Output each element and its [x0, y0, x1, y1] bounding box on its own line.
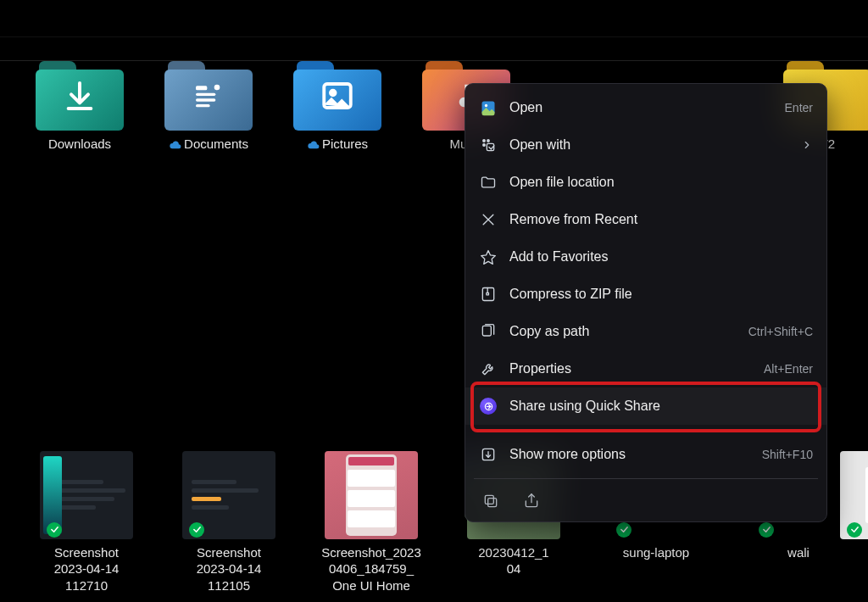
menu-item-label: Open file location [509, 175, 813, 190]
menu-footer [465, 484, 826, 516]
copypath-icon [479, 322, 498, 341]
svg-rect-25 [485, 495, 493, 504]
sync-ok-icon [847, 522, 862, 538]
menu-item[interactable]: Add to Favorites [465, 238, 826, 276]
file-item[interactable]: Screenshot2023-04-14112105 [158, 451, 300, 594]
copy-icon[interactable] [481, 491, 501, 511]
menu-item-label: Open with [509, 137, 801, 153]
svg-rect-0 [196, 86, 207, 90]
folder-label: Documents [169, 136, 248, 153]
svg-point-11 [483, 144, 486, 147]
menu-item-shortcut: Alt+Enter [764, 362, 813, 376]
file-item[interactable]: ores h-sc [853, 451, 868, 594]
menu-separator [474, 478, 818, 479]
menu-item[interactable]: Open Enter [465, 89, 826, 126]
wrench-icon [479, 360, 498, 378]
folder-item[interactable]: Downloads [15, 61, 144, 153]
svg-point-8 [485, 104, 487, 107]
folder-icon [292, 61, 383, 131]
svg-point-6 [331, 91, 336, 96]
file-label: Screenshot2023-04-14112710 [54, 544, 120, 594]
menu-separator [474, 430, 818, 431]
cloud-icon [169, 141, 181, 149]
file-item[interactable]: Screenshot_20230406_184759_One UI Home [300, 451, 442, 594]
image-icon [479, 98, 498, 117]
menu-item-label: Remove from Recent [509, 212, 813, 227]
menu-item[interactable]: Compress to ZIP file [465, 276, 826, 313]
folder-item[interactable]: Pictures [273, 61, 402, 153]
more-icon [479, 445, 498, 464]
sync-ok-icon [189, 522, 204, 538]
toolbar [0, 37, 868, 61]
svg-point-4 [214, 85, 220, 91]
menu-item-label: Copy as path [509, 324, 748, 339]
share-icon[interactable] [521, 491, 542, 511]
menu-item-label: Compress to ZIP file [509, 287, 813, 302]
menu-item[interactable]: Remove from Recent [465, 201, 826, 238]
openwith-icon [479, 136, 498, 154]
file-label: 20230412_104 [478, 544, 548, 577]
menu-item[interactable]: Share using Quick Share [465, 387, 826, 425]
sync-ok-icon [47, 522, 62, 538]
svg-rect-19 [482, 326, 491, 336]
menu-item-shortcut: Enter [785, 101, 813, 114]
cloud-icon [307, 141, 319, 149]
file-label: wali [787, 544, 810, 561]
folder-item[interactable]: Documents [144, 61, 273, 153]
context-menu: Open Enter Open with Open file location … [465, 83, 827, 522]
file-label: sung-laptop [623, 544, 689, 561]
folder-icon [34, 61, 125, 131]
svg-rect-2 [196, 98, 215, 101]
menu-item-label: Open [509, 100, 785, 115]
remove-icon [479, 210, 498, 229]
menu-item-shortcut: Ctrl+Shift+C [748, 325, 813, 338]
menu-item-shortcut: Shift+F10 [762, 448, 813, 461]
menu-item[interactable]: Properties Alt+Enter [465, 350, 826, 387]
menu-item[interactable]: Copy as path Ctrl+Shift+C [465, 313, 826, 350]
svg-marker-15 [481, 251, 496, 265]
svg-point-10 [487, 140, 490, 142]
svg-point-9 [483, 140, 486, 142]
folder-label: Pictures [307, 136, 368, 153]
svg-rect-18 [487, 293, 489, 295]
quickshare-icon [479, 397, 498, 415]
window-chrome [0, 0, 868, 37]
file-label: Screenshot_20230406_184759_One UI Home [321, 544, 421, 594]
menu-item[interactable]: Open file location [465, 164, 826, 201]
star-icon [479, 248, 498, 266]
folder-icon [163, 61, 254, 131]
file-item[interactable]: Screenshot2023-04-14112710 [15, 451, 158, 594]
svg-rect-24 [488, 499, 497, 507]
menu-item-label: Share using Quick Share [509, 399, 813, 414]
menu-item[interactable]: Show more options Shift+F10 [465, 436, 826, 473]
svg-rect-3 [196, 104, 210, 107]
file-label: Screenshot2023-04-14112105 [197, 544, 262, 594]
chevron-right-icon [801, 139, 813, 151]
sync-ok-icon [759, 522, 774, 538]
file-thumbnail [325, 451, 418, 539]
folder-label: Downloads [48, 136, 111, 153]
sync-ok-icon [616, 522, 632, 538]
menu-item-label: Show more options [509, 447, 762, 462]
zip-icon [479, 285, 498, 304]
folder-icon [479, 173, 498, 192]
menu-item-label: Properties [509, 361, 764, 376]
svg-rect-1 [196, 93, 215, 96]
menu-item[interactable]: Open with [465, 126, 826, 164]
menu-item-label: Add to Favorites [509, 249, 813, 265]
